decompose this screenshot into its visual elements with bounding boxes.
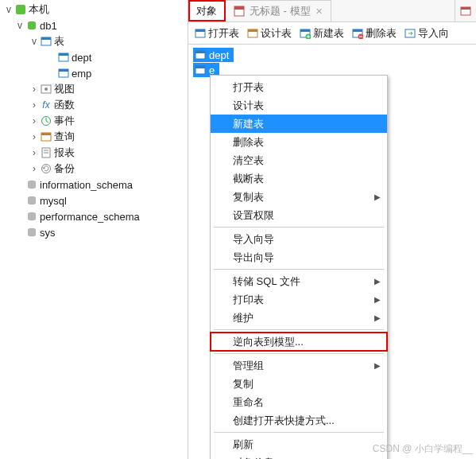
event-icon	[40, 115, 52, 127]
tree-table-emp[interactable]: emp	[0, 65, 188, 81]
tree-table-emp-label: emp	[72, 68, 91, 80]
view-icon	[40, 83, 52, 95]
tree-db[interactable]: v db1	[0, 18, 188, 33]
design-table-icon	[247, 28, 258, 39]
model-icon	[234, 6, 245, 17]
toolbar-new-label: 新建表	[313, 26, 344, 41]
tree-db-sys[interactable]: sys	[0, 224, 188, 240]
toolbar-open-table[interactable]: 打开表	[192, 24, 242, 43]
database-icon	[25, 178, 38, 191]
toolbar-new-table[interactable]: 新建表	[296, 24, 347, 43]
function-icon: fx	[40, 99, 52, 111]
query-icon	[40, 130, 52, 143]
svg-rect-47	[195, 51, 205, 53]
svg-rect-34	[461, 7, 470, 10]
toolbar-design-label: 设计表	[261, 26, 292, 41]
menu-separator	[214, 227, 384, 228]
menu-copy-table[interactable]: 复制表▶	[211, 188, 387, 206]
toolbar-import[interactable]: 导入向	[401, 24, 452, 43]
submenu-arrow-icon: ▶	[374, 361, 381, 370]
connection-icon	[14, 3, 27, 16]
menu-export-wizard[interactable]: 导出向导	[211, 248, 387, 266]
tree-reports-label: 报表	[54, 146, 75, 160]
menu-create-shortcut[interactable]: 创建打开表快捷方式...	[211, 411, 387, 430]
svg-point-11	[45, 88, 48, 91]
menu-refresh[interactable]: 刷新	[211, 435, 387, 453]
item-dept[interactable]: dept	[193, 48, 234, 62]
tree-views[interactable]: › 视图	[0, 81, 188, 97]
menu-object-info[interactable]: 对象信息	[211, 453, 387, 459]
tree-queries[interactable]: › 查询	[0, 129, 188, 145]
menu-truncate-table[interactable]: 清空表	[211, 151, 387, 169]
menu-new-table[interactable]: 新建表	[211, 115, 387, 133]
table-icon	[57, 51, 70, 64]
menu-maintain[interactable]: 维护▶	[211, 309, 387, 327]
svg-rect-32	[234, 6, 244, 10]
delete-table-icon	[352, 28, 363, 39]
tab-model[interactable]: 无标题 - 模型 ✕	[226, 0, 331, 21]
svg-rect-49	[195, 66, 205, 68]
svg-rect-0	[16, 5, 25, 14]
menu-rename[interactable]: 重命名	[211, 393, 387, 411]
menu-reverse-to-model[interactable]: 逆向表到模型...	[211, 333, 387, 351]
tree-db-performance-schema[interactable]: performance_schema	[0, 208, 188, 224]
tree-host[interactable]: v 本机	[0, 2, 188, 18]
tree-backups[interactable]: › 备份	[0, 161, 188, 177]
item-dept-label: dept	[209, 49, 229, 61]
close-icon[interactable]: ✕	[315, 6, 323, 17]
tree-table-dept[interactable]: dept	[0, 49, 188, 65]
calendar-icon	[460, 6, 471, 17]
toolbar-delete-table[interactable]: 删除表	[349, 24, 400, 43]
tree-functions[interactable]: › fx 函数	[0, 97, 188, 113]
table-group-icon	[40, 35, 52, 48]
menu-dump-sql[interactable]: 转储 SQL 文件▶	[211, 272, 387, 290]
tree-reports[interactable]: › 报表	[0, 145, 188, 161]
menu-set-permission[interactable]: 设置权限	[211, 206, 387, 224]
submenu-arrow-icon: ▶	[374, 295, 381, 304]
open-table-icon	[195, 28, 206, 39]
svg-rect-9	[59, 69, 68, 72]
tree-tables[interactable]: v 表	[0, 33, 188, 49]
menu-separator	[214, 329, 384, 330]
svg-rect-40	[300, 29, 310, 32]
menu-print-table[interactable]: 打印表▶	[211, 290, 387, 309]
menu-design-table[interactable]: 设计表	[211, 96, 387, 115]
menu-cut-table[interactable]: 截断表	[211, 169, 387, 188]
menu-copy[interactable]: 复制	[211, 375, 387, 393]
menu-import-wizard[interactable]: 导入向导	[211, 230, 387, 248]
toolbar-import-label: 导入向	[418, 26, 449, 41]
table-icon	[195, 49, 206, 60]
toolbar-design-table[interactable]: 设计表	[244, 24, 295, 43]
tab-bar: 对象 无标题 - 模型 ✕	[188, 0, 476, 22]
tree-backups-label: 备份	[54, 161, 75, 176]
tree-db-information-schema[interactable]: information_schema	[0, 177, 188, 193]
database-icon	[25, 19, 38, 32]
tree-functions-label: 函数	[54, 98, 75, 112]
context-menu: 打开表 设计表 新建表 删除表 清空表 截断表 复制表▶ 设置权限 导入向导 导…	[210, 75, 388, 459]
tree-events[interactable]: › 事件	[0, 113, 188, 129]
import-icon	[404, 28, 416, 39]
svg-rect-5	[41, 37, 51, 40]
svg-point-3	[28, 26, 36, 29]
tree-db-mysql[interactable]: mysql	[0, 193, 188, 208]
tree-events-label: 事件	[54, 114, 75, 128]
tree-sidebar: v 本机 v db1 v 表 dept emp › 视图	[0, 0, 188, 459]
tab-objects[interactable]: 对象	[188, 0, 226, 21]
svg-rect-43	[353, 29, 362, 32]
toolbar-open-label: 打开表	[208, 26, 239, 41]
svg-point-21	[28, 185, 36, 189]
tab-model-label: 无标题 - 模型	[250, 4, 311, 18]
menu-manage-group[interactable]: 管理组▶	[211, 356, 387, 375]
menu-open-table[interactable]: 打开表	[211, 78, 387, 96]
tab-objects-label: 对象	[196, 4, 217, 18]
svg-rect-14	[41, 133, 51, 135]
table-icon	[195, 64, 206, 76]
tree-db-label: performance_schema	[40, 211, 140, 223]
menu-delete-table[interactable]: 删除表	[211, 133, 387, 151]
new-table-icon	[300, 28, 311, 39]
svg-point-18	[42, 165, 51, 173]
tree-db-label: sys	[40, 227, 56, 239]
tab-overflow[interactable]	[455, 0, 476, 21]
toolbar-delete-label: 删除表	[366, 26, 397, 41]
menu-separator	[214, 353, 384, 354]
